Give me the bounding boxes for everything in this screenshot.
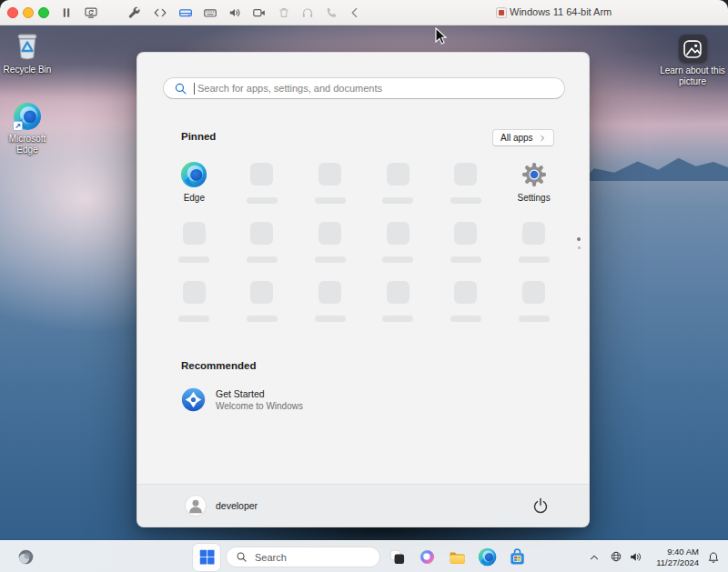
pinned-placeholder-tile[interactable] xyxy=(228,159,297,212)
desktop-icon-label: Learn about this picture xyxy=(660,65,725,87)
user-name: developer xyxy=(216,500,258,511)
start-search-bar[interactable] xyxy=(163,77,565,99)
copilot-button[interactable] xyxy=(413,544,440,571)
pause-icon[interactable] xyxy=(59,5,74,20)
widgets-icon xyxy=(15,546,37,568)
minimize-window-button[interactable] xyxy=(23,7,34,18)
desktop-icon-label: Recycle Bin xyxy=(4,65,52,75)
recommended-section-label: Recommended xyxy=(181,360,256,371)
collapse-toolbar-icon[interactable] xyxy=(348,5,362,20)
start-menu-footer: developer xyxy=(137,484,589,527)
pinned-app-label: Settings xyxy=(518,193,551,203)
user-account-button[interactable]: developer xyxy=(186,496,258,516)
edge-taskbar-button[interactable] xyxy=(473,544,500,571)
pinned-placeholder-tile[interactable] xyxy=(364,277,432,330)
page-dot-active[interactable] xyxy=(577,237,581,241)
file-explorer-button[interactable] xyxy=(443,544,470,571)
window-title: Windows 11 64-bit Arm xyxy=(510,6,612,17)
headphones-icon[interactable] xyxy=(300,5,315,20)
pinned-section-label: Pinned xyxy=(181,131,216,142)
pinned-placeholder-tile[interactable] xyxy=(160,218,228,271)
microsoft-store-icon xyxy=(508,547,527,567)
taskbar-search-box[interactable]: Search xyxy=(226,547,380,567)
windows-logo-icon xyxy=(198,548,216,566)
notification-center-button[interactable] xyxy=(706,550,721,568)
pinned-app-label: Edge xyxy=(184,193,205,203)
copilot-icon xyxy=(418,547,437,567)
shortcut-arrow-icon: ↗ xyxy=(13,121,23,131)
chevron-up-icon xyxy=(588,551,601,564)
pinned-placeholder-tile[interactable] xyxy=(296,218,364,271)
bell-icon xyxy=(706,550,721,565)
recommended-item-get-started[interactable]: Get Started Welcome to Windows xyxy=(181,387,303,412)
network-tray-button[interactable] xyxy=(609,549,623,567)
sound-icon[interactable] xyxy=(228,5,242,20)
pinned-placeholder-tile[interactable] xyxy=(228,218,297,271)
pinned-apps-grid: Edge Settings xyxy=(160,159,568,336)
pinned-placeholder-tile[interactable] xyxy=(228,277,297,330)
edge-icon xyxy=(478,547,497,567)
user-avatar xyxy=(186,496,206,516)
chevron-right-icon xyxy=(539,135,546,142)
pinned-row: Edge Settings xyxy=(160,159,568,212)
pinned-placeholder-tile[interactable] xyxy=(160,277,228,330)
tray-time: 9:40 AM xyxy=(656,547,699,557)
pinned-placeholder-tile[interactable] xyxy=(364,218,432,271)
desktop-icon-microsoft-edge[interactable]: ↗ Microsoft Edge xyxy=(0,102,60,156)
mountain-ridge xyxy=(582,148,728,181)
pinned-row xyxy=(160,277,568,330)
desktop-icon-learn-about-picture[interactable]: Learn about this picture xyxy=(660,35,725,87)
pinned-placeholder-tile[interactable] xyxy=(432,277,500,330)
desktop-icon-recycle-bin[interactable]: Recycle Bin xyxy=(0,29,60,75)
speaker-icon xyxy=(628,549,643,565)
pinned-page-dots[interactable] xyxy=(577,237,581,249)
pinned-placeholder-tile[interactable] xyxy=(296,277,364,330)
phone-icon[interactable] xyxy=(324,5,339,20)
widgets-button[interactable] xyxy=(15,546,37,568)
display-restart-icon[interactable] xyxy=(84,5,98,20)
macos-titlebar: Windows 11 64-bit Arm xyxy=(0,0,728,25)
power-button[interactable] xyxy=(531,496,551,516)
wrench-icon[interactable] xyxy=(127,5,142,20)
network-globe-icon xyxy=(609,549,623,564)
close-window-button[interactable] xyxy=(7,7,18,18)
pinned-placeholder-tile[interactable] xyxy=(500,218,568,271)
pinned-placeholder-tile[interactable] xyxy=(296,159,364,212)
drive-icon[interactable] xyxy=(178,5,193,20)
camera-icon[interactable] xyxy=(252,5,267,20)
pinned-placeholder-tile[interactable] xyxy=(364,159,432,212)
taskbar-search-label: Search xyxy=(255,552,287,563)
settings-gear-icon xyxy=(521,161,548,188)
clock-button[interactable]: 9:40 AM 11/27/2024 xyxy=(656,547,699,567)
volume-tray-button[interactable] xyxy=(628,549,643,568)
pinned-placeholder-tile[interactable] xyxy=(500,277,568,330)
all-apps-label: All apps xyxy=(500,133,533,143)
tray-expand-button[interactable] xyxy=(588,551,601,567)
pinned-placeholder-tile[interactable] xyxy=(432,218,500,271)
zoom-window-button[interactable] xyxy=(38,7,49,18)
pinned-row xyxy=(160,218,568,271)
recommended-item-title: Get Started xyxy=(216,388,303,399)
start-search-input[interactable] xyxy=(195,83,564,94)
console-icon[interactable] xyxy=(153,5,167,20)
file-explorer-icon xyxy=(448,547,467,567)
mouse-cursor xyxy=(435,27,448,49)
keyboard-icon[interactable] xyxy=(203,5,217,20)
recycle-bin-icon xyxy=(13,29,42,62)
pinned-app-edge[interactable]: Edge xyxy=(160,159,228,212)
task-view-button[interactable] xyxy=(383,544,410,571)
start-button[interactable] xyxy=(193,544,220,571)
pinned-app-settings[interactable]: Settings xyxy=(500,159,568,212)
start-menu: Pinned All apps Edge Settings xyxy=(136,52,590,527)
pinned-placeholder-tile[interactable] xyxy=(432,159,500,212)
all-apps-button[interactable]: All apps xyxy=(492,129,554,146)
search-icon xyxy=(236,551,248,563)
desktop-icon-label: Microsoft Edge xyxy=(1,134,54,156)
task-view-icon xyxy=(388,547,407,567)
taskbar: Search 9:40 AM xyxy=(0,540,728,572)
recommended-item-subtitle: Welcome to Windows xyxy=(216,401,303,411)
microsoft-store-button[interactable] xyxy=(503,544,531,571)
vm-icon xyxy=(496,7,507,18)
trash-icon[interactable] xyxy=(277,5,291,20)
page-dot[interactable] xyxy=(578,246,581,249)
